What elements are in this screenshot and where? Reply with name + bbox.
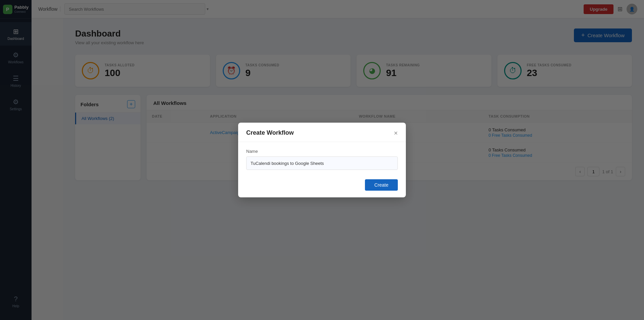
modal-header: Create Workflow × xyxy=(238,123,406,142)
modal-footer: Create xyxy=(238,174,406,197)
modal-overlay[interactable]: Create Workflow × Name Create xyxy=(0,0,644,320)
modal-body: Name xyxy=(238,142,406,174)
modal-close-button[interactable]: × xyxy=(394,130,398,136)
workflow-name-input[interactable] xyxy=(246,156,398,170)
create-workflow-modal: Create Workflow × Name Create xyxy=(238,123,406,197)
modal-name-label: Name xyxy=(246,149,398,154)
modal-create-button[interactable]: Create xyxy=(365,179,398,191)
modal-title: Create Workflow xyxy=(246,129,294,136)
